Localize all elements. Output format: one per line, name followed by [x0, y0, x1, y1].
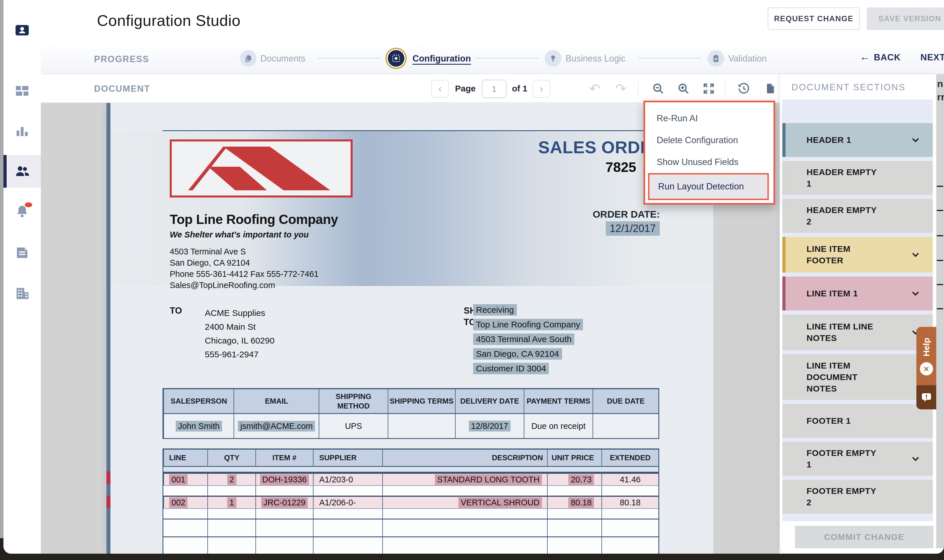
cell-value[interactable]: JRC-01229: [261, 497, 308, 508]
step-business-logic-label[interactable]: Business Logic: [565, 54, 625, 64]
nav-item-organization[interactable]: [3, 277, 41, 310]
section-item[interactable]: HEADER EMPTY 1: [782, 161, 933, 195]
section-item[interactable]: FOOTER 1: [782, 404, 933, 438]
cell-value[interactable]: 12/8/2017: [469, 421, 511, 432]
step-configuration-label[interactable]: Configuration: [413, 54, 471, 64]
section-item[interactable]: LINE ITEM LINE NOTES: [782, 314, 933, 350]
cell-value[interactable]: A1/203-0: [319, 475, 353, 485]
step-documents-label[interactable]: Documents: [260, 54, 305, 64]
page-count-label: of 1: [512, 84, 527, 94]
help-tab[interactable]: Help ×: [916, 327, 936, 385]
next-page-button[interactable]: ›: [533, 80, 550, 98]
cell-value[interactable]: 1: [227, 497, 236, 508]
menu-item[interactable]: Delete Configuration: [645, 129, 773, 151]
order-date-value[interactable]: 12/1/2017: [606, 222, 660, 236]
nav-item-analytics[interactable]: [3, 114, 41, 147]
chevron-down-icon[interactable]: [910, 453, 921, 465]
table-cell: [388, 414, 455, 438]
column-header: UNIT PRICE: [547, 449, 601, 466]
order-info-value-row: John Smithjsmith@ACME.comUPS12/8/2017Due…: [163, 414, 658, 438]
ship-to-line[interactable]: Top Line Roofing Company: [473, 319, 583, 330]
cell-value[interactable]: A1/206-0-: [319, 498, 356, 508]
step-validation-label[interactable]: Validation: [728, 54, 767, 64]
zoom-out-icon[interactable]: [651, 81, 665, 96]
chevron-down-icon[interactable]: [910, 249, 921, 260]
document-panel-label: DOCUMENT: [94, 84, 150, 94]
help-close-icon[interactable]: ×: [920, 362, 933, 375]
cell-value[interactable]: STANDARD LONG TOOTH: [435, 474, 542, 485]
address-line: Sales@TopLineRoofing.com: [170, 280, 319, 291]
cell-value[interactable]: jsmith@ACME.com: [238, 421, 315, 431]
section-label: HEADER EMPTY 1: [807, 166, 878, 189]
step-configuration-circle[interactable]: [385, 48, 407, 69]
menu-item-run-layout-detection[interactable]: Run Layout Detection: [648, 173, 769, 200]
column-header: SALESPERSON: [163, 389, 234, 413]
step-validation-circle[interactable]: [708, 50, 724, 67]
commit-change-button[interactable]: COMMIT CHANGE: [795, 526, 933, 548]
section-item[interactable]: HEADER 1: [782, 123, 933, 157]
nav-item-notifications[interactable]: [3, 195, 41, 228]
column-header: DESCRIPTION: [382, 449, 547, 466]
cell-value[interactable]: 002: [169, 497, 188, 508]
ship-to-line[interactable]: Customer ID 3004: [473, 363, 549, 374]
step-business-logic-circle[interactable]: [545, 50, 561, 67]
back-button[interactable]: BACK: [874, 52, 901, 63]
cell-value[interactable]: John Smith: [176, 421, 222, 431]
cell-value[interactable]: UPS: [345, 422, 362, 431]
cell-value[interactable]: 20.73: [568, 474, 594, 485]
section-label: HEADER EMPTY 2: [807, 205, 878, 228]
history-icon[interactable]: [736, 81, 751, 96]
column-header: EXTENDED: [601, 449, 658, 466]
section-item[interactable]: LINE ITEM FOOTER: [782, 237, 933, 272]
feedback-tab[interactable]: [916, 385, 936, 409]
document-file-icon[interactable]: [763, 81, 778, 96]
request-change-button[interactable]: REQUEST CHANGE: [768, 8, 860, 30]
section-item[interactable]: LINE ITEM 1: [782, 277, 933, 311]
next-button[interactable]: NEXT: [921, 52, 944, 63]
chevron-down-icon[interactable]: [910, 288, 921, 299]
section-item[interactable]: FOOTER EMPTY 1: [782, 442, 933, 476]
back-arrow-icon[interactable]: ←: [859, 51, 871, 63]
table-cell: jsmith@ACME.com: [234, 414, 319, 438]
nav-item-dashboard[interactable]: [3, 74, 41, 107]
cell-value[interactable]: 41.46: [620, 475, 641, 485]
nav-item-contacts[interactable]: [3, 155, 41, 188]
cell-value[interactable]: 2: [227, 474, 236, 485]
to-line: 555-961-2947: [205, 348, 274, 362]
company-address: 4503 Terminal Ave SSan Diego, CA 92104Ph…: [170, 246, 319, 291]
undo-icon[interactable]: ↶: [587, 81, 602, 96]
line-item-row: 0021JRC-01229A1/206-0-VERTICAL SHROUD80.…: [163, 495, 658, 508]
section-item[interactable]: HEADER EMPTY 2: [782, 199, 933, 233]
section-item[interactable]: FOOTER EMPTY 2: [782, 480, 933, 514]
to-lines: ACME Supplies2400 Main StChicago, IL 602…: [205, 306, 274, 362]
section-label: FOOTER EMPTY 2: [807, 485, 878, 508]
ship-to-line[interactable]: Receiving: [473, 304, 517, 315]
page-number-input[interactable]: [482, 80, 507, 98]
step-documents-circle[interactable]: [240, 50, 257, 67]
ship-to-line[interactable]: San Diego, CA 92104: [473, 348, 562, 360]
nav-item-documents[interactable]: [3, 236, 41, 269]
chevron-down-icon[interactable]: [910, 134, 921, 146]
nav-item-profile[interactable]: [3, 14, 41, 46]
redo-icon[interactable]: ↷: [613, 81, 628, 96]
zoom-in-icon[interactable]: [676, 81, 691, 96]
prev-page-button[interactable]: ‹: [431, 80, 449, 98]
ship-to-line[interactable]: 4503 Terminal Ave South: [473, 334, 574, 345]
cell-value[interactable]: VERTICAL SHROUD: [459, 497, 542, 508]
toolbar-divider: [638, 82, 639, 96]
cell-value[interactable]: Due on receipt: [531, 422, 586, 431]
save-version-button[interactable]: SAVE VERSION: [867, 8, 944, 30]
column-header: PAYMENT TERMS: [524, 389, 593, 413]
cell-value[interactable]: DOH-19336: [260, 474, 309, 485]
cell-value[interactable]: 80.18: [620, 498, 641, 508]
rail-line-item-mark: [106, 471, 111, 484]
fit-screen-icon[interactable]: [701, 81, 716, 96]
cell-value[interactable]: 80.18: [568, 497, 594, 508]
table-cell: STANDARD LONG TOOTH: [382, 474, 547, 485]
menu-item[interactable]: Re-Run AI: [645, 108, 773, 129]
section-item[interactable]: LINE ITEM DOCUMENT NOTES: [782, 354, 933, 400]
menu-item[interactable]: Show Unused Fields: [645, 151, 773, 173]
empty-line-row: [163, 518, 658, 537]
sections-title: DOCUMENT SECTIONS: [792, 82, 906, 92]
cell-value[interactable]: 001: [169, 474, 188, 485]
